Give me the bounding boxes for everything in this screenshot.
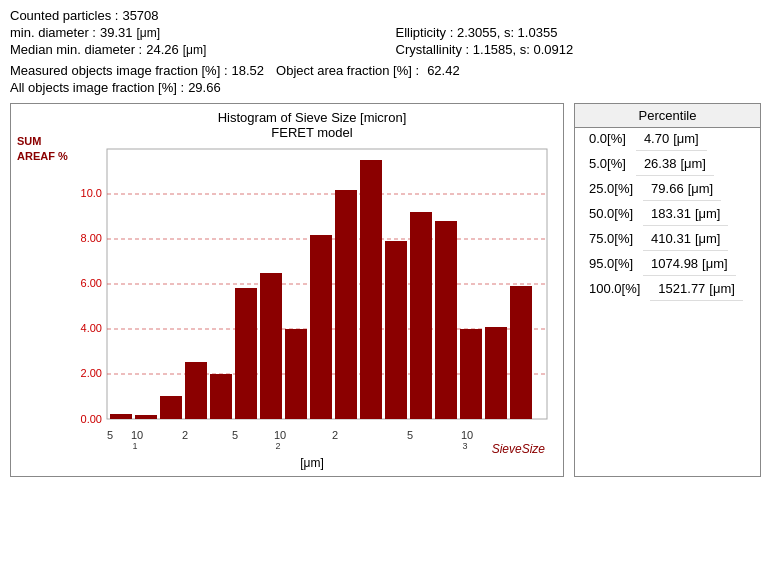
percentile-table: Percentile 0.0[%]4.70[μm]5.0[%]26.38[μm]… bbox=[574, 103, 761, 477]
pct-val: 26.38 bbox=[644, 156, 677, 171]
svg-rect-12 bbox=[110, 414, 132, 419]
percentile-row: 25.0[%]79.66[μm] bbox=[575, 178, 760, 203]
pct-bracket: [%] bbox=[607, 131, 626, 146]
svg-text:SieveSize: SieveSize bbox=[492, 442, 546, 454]
pct-val: 4.70 bbox=[644, 131, 669, 146]
pct-vunit: [μm] bbox=[695, 206, 721, 221]
pct-vunit: [μm] bbox=[680, 156, 706, 171]
svg-text:4.00: 4.00 bbox=[81, 322, 102, 334]
pct-num: 95.0 bbox=[589, 256, 614, 271]
svg-text:6.00: 6.00 bbox=[81, 277, 102, 289]
object-area-value: 62.42 bbox=[427, 63, 460, 78]
svg-text:8.00: 8.00 bbox=[81, 232, 102, 244]
svg-text:10: 10 bbox=[274, 429, 286, 441]
pct-vunit: [μm] bbox=[702, 256, 728, 271]
pct-num: 0.0 bbox=[589, 131, 607, 146]
pct-val: 1074.98 bbox=[651, 256, 698, 271]
measured-row: Measured objects image fraction [%] : 18… bbox=[10, 63, 460, 78]
svg-rect-17 bbox=[235, 288, 257, 419]
chart-xunit: [μm] bbox=[67, 456, 557, 470]
svg-rect-24 bbox=[410, 212, 432, 419]
measured-value: 18.52 bbox=[232, 63, 265, 78]
counted-label: Counted particles : bbox=[10, 8, 118, 23]
left-stats: min. diameter : 39.31 [μm] Median min. d… bbox=[10, 25, 386, 57]
percentile-header: Percentile bbox=[575, 104, 760, 128]
main-content: SUM AREAF % Histogram of Sieve Size [mic… bbox=[10, 103, 761, 477]
svg-text:5: 5 bbox=[407, 429, 413, 441]
pct-bracket: [%] bbox=[614, 181, 633, 196]
percentile-row: 95.0[%]1074.98[μm] bbox=[575, 253, 760, 278]
top-grid: min. diameter : 39.31 [μm] Median min. d… bbox=[10, 25, 761, 57]
percentile-rows: 0.0[%]4.70[μm]5.0[%]26.38[μm]25.0[%]79.6… bbox=[575, 128, 760, 303]
svg-text:2: 2 bbox=[332, 429, 338, 441]
svg-rect-23 bbox=[385, 241, 407, 419]
svg-text:10: 10 bbox=[461, 429, 473, 441]
svg-rect-25 bbox=[435, 221, 457, 419]
svg-text:5: 5 bbox=[232, 429, 238, 441]
svg-rect-26 bbox=[460, 329, 482, 419]
all-objects-label: All objects image fraction [%] : bbox=[10, 80, 184, 95]
percentile-row: 100.0[%]1521.77[μm] bbox=[575, 278, 760, 303]
pct-vunit: [μm] bbox=[709, 281, 735, 296]
pct-vunit: [μm] bbox=[688, 181, 714, 196]
svg-rect-14 bbox=[160, 396, 182, 419]
pct-num: 75.0 bbox=[589, 231, 614, 246]
svg-text:10: 10 bbox=[131, 429, 143, 441]
svg-text:2: 2 bbox=[275, 441, 280, 451]
object-area-label: Object area fraction [%] : bbox=[276, 63, 419, 78]
pct-bracket: [%] bbox=[614, 256, 633, 271]
chart-title: Histogram of Sieve Size [micron] FERET m… bbox=[67, 110, 557, 140]
median-value: 24.26 bbox=[146, 42, 179, 57]
chart-area: Histogram of Sieve Size [micron] FERET m… bbox=[67, 110, 557, 470]
svg-rect-18 bbox=[260, 273, 282, 419]
measured-label: Measured objects image fraction [%] : bbox=[10, 63, 228, 78]
svg-text:3: 3 bbox=[462, 441, 467, 451]
pct-bracket: [%] bbox=[622, 281, 641, 296]
median-label: Median min. diameter : bbox=[10, 42, 142, 57]
min-diam-label: min. diameter : bbox=[10, 25, 96, 40]
all-objects-value: 29.66 bbox=[188, 80, 221, 95]
svg-text:0.00: 0.00 bbox=[81, 413, 102, 425]
pct-bracket: [%] bbox=[607, 156, 626, 171]
pct-num: 50.0 bbox=[589, 206, 614, 221]
pct-vunit: [μm] bbox=[695, 231, 721, 246]
svg-rect-22 bbox=[360, 160, 382, 419]
pct-num: 5.0 bbox=[589, 156, 607, 171]
stats-section: Counted particles : 35708 min. diameter … bbox=[10, 8, 761, 95]
counted-value: 35708 bbox=[122, 8, 158, 23]
pct-bracket: [%] bbox=[614, 206, 633, 221]
svg-rect-21 bbox=[335, 190, 357, 419]
svg-rect-13 bbox=[135, 415, 157, 419]
chart-ylabel: SUM AREAF % bbox=[17, 134, 68, 165]
svg-rect-16 bbox=[210, 374, 232, 419]
pct-num: 25.0 bbox=[589, 181, 614, 196]
pct-val: 410.31 bbox=[651, 231, 691, 246]
crystallinity-label: Crystallinity : 1.1585, s: 0.0912 bbox=[396, 42, 574, 57]
percentile-row: 75.0[%]410.31[μm] bbox=[575, 228, 760, 253]
all-objects-row: All objects image fraction [%] : 29.66 bbox=[10, 80, 761, 95]
ellipticity-label: Ellipticity : 2.3055, s: 1.0355 bbox=[396, 25, 558, 40]
min-diam-unit: [μm] bbox=[137, 26, 161, 40]
pct-num: 100.0 bbox=[589, 281, 622, 296]
svg-rect-15 bbox=[185, 362, 207, 419]
svg-text:10.0: 10.0 bbox=[81, 187, 102, 199]
percentile-row: 5.0[%]26.38[μm] bbox=[575, 153, 760, 178]
svg-text:1: 1 bbox=[132, 441, 137, 451]
counted-particles-row: Counted particles : 35708 bbox=[10, 8, 761, 23]
pct-bracket: [%] bbox=[614, 231, 633, 246]
median-row: Median min. diameter : 24.26 [μm] bbox=[10, 42, 386, 57]
pct-val: 183.31 bbox=[651, 206, 691, 221]
chart-container: SUM AREAF % Histogram of Sieve Size [mic… bbox=[10, 103, 564, 477]
right-stats: Ellipticity : 2.3055, s: 1.0355 Crystall… bbox=[386, 25, 762, 57]
svg-rect-20 bbox=[310, 235, 332, 419]
pct-val: 1521.77 bbox=[658, 281, 705, 296]
bottom-stats-row: Measured objects image fraction [%] : 18… bbox=[10, 63, 761, 78]
percentile-row: 0.0[%]4.70[μm] bbox=[575, 128, 760, 153]
svg-text:5: 5 bbox=[107, 429, 113, 441]
min-diam-row: min. diameter : 39.31 [μm] bbox=[10, 25, 386, 40]
svg-rect-28 bbox=[510, 286, 532, 419]
pct-val: 79.66 bbox=[651, 181, 684, 196]
svg-text:2: 2 bbox=[182, 429, 188, 441]
pct-vunit: [μm] bbox=[673, 131, 699, 146]
min-diam-value: 39.31 bbox=[100, 25, 133, 40]
